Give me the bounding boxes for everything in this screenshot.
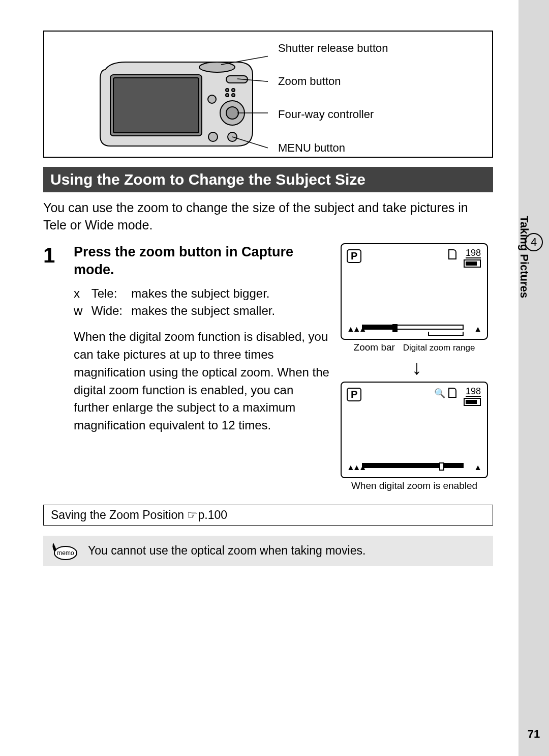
zoom-bar — [362, 325, 464, 332]
svg-point-7 — [226, 89, 229, 92]
lcd-stack: P 198 ▲▲▲ ▲ Zoom bar Digital zoom range — [341, 243, 493, 496]
digital-zoom-label: Digital zoom range — [403, 343, 475, 353]
section-header: Using the Zoom to Change the Subject Siz… — [43, 167, 493, 192]
camera-illustration — [95, 44, 268, 156]
mode-icon: P — [347, 388, 361, 401]
svg-point-6 — [208, 95, 216, 103]
card-icon — [448, 388, 456, 398]
label-menu: MENU button — [278, 139, 388, 157]
zoom-bar-label: Zoom bar — [354, 342, 395, 353]
magnifier-icon: 🔍 — [434, 388, 445, 399]
svg-point-8 — [232, 89, 235, 92]
svg-point-2 — [199, 62, 235, 72]
lcd-digital: P 🔍 198 ▲▲▲ ▲ — [341, 382, 488, 478]
label-zoom: Zoom button — [278, 72, 388, 90]
battery-icon — [464, 259, 481, 268]
shot-count: 198 — [466, 248, 481, 259]
reference-box: Saving the Zoom Position ☞p.100 — [43, 505, 493, 526]
shot-count: 198 — [466, 387, 481, 397]
step-title: Press the zoom button in Capture mode. — [74, 243, 330, 279]
battery-icon — [464, 398, 481, 406]
tele-label: Tele: — [92, 285, 128, 303]
svg-point-9 — [226, 94, 229, 97]
label-fourway: Four-way controller — [278, 105, 388, 123]
memo-icon: memo — [51, 541, 78, 561]
wide-desc: makes the subject smaller. — [131, 304, 275, 317]
tele-icon: ▲ — [474, 325, 482, 334]
svg-point-5 — [226, 107, 238, 119]
svg-point-10 — [232, 94, 235, 97]
memo-text: You cannot use the optical zoom when tak… — [88, 544, 365, 558]
page-number: 71 — [518, 728, 549, 741]
mode-icon: P — [347, 249, 361, 263]
chapter-title: Taking Pictures — [517, 216, 534, 298]
intro-text: You can use the zoom to change the size … — [43, 199, 493, 234]
tele-desc: makes the subject bigger. — [131, 286, 269, 300]
lcd-optical: P 198 ▲▲▲ ▲ — [341, 243, 488, 340]
wide-symbol: w — [74, 302, 88, 320]
svg-text:memo: memo — [57, 549, 74, 557]
step-paragraph: When the digital zoom function is disabl… — [74, 328, 330, 434]
label-shutter: Shutter release button — [278, 39, 388, 57]
wide-label: Wide: — [92, 302, 128, 320]
arrow-down-icon: ↓ — [341, 357, 493, 377]
side-tab: 4 Taking Pictures — [518, 0, 549, 756]
svg-rect-1 — [113, 78, 199, 133]
page-content: Shutter release button Zoom button Four-… — [43, 31, 493, 566]
memo-row: memo You cannot use the optical zoom whe… — [43, 536, 493, 566]
step-number: 1 — [43, 243, 64, 268]
zoom-bar — [362, 463, 464, 470]
svg-point-12 — [208, 132, 218, 141]
tele-symbol: x — [74, 285, 88, 303]
zoom-directions: x Tele: makes the subject bigger. w Wide… — [74, 285, 330, 321]
card-icon — [448, 249, 456, 259]
camera-diagram: Shutter release button Zoom button Four-… — [43, 31, 493, 158]
enabled-caption: When digital zoom is enabled — [341, 480, 488, 491]
tele-icon: ▲ — [474, 463, 482, 472]
